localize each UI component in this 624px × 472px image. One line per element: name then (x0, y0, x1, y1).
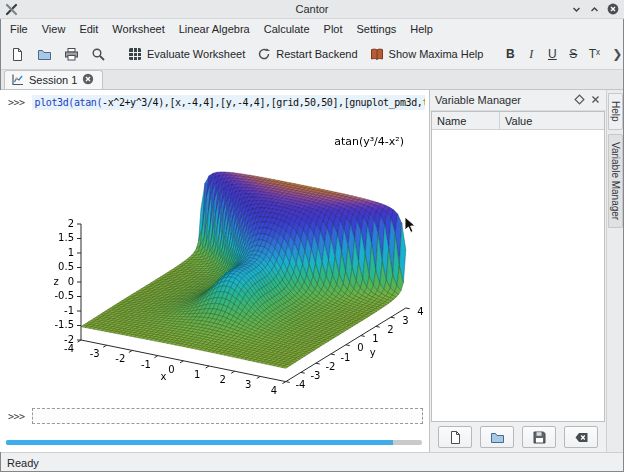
save-variables-button[interactable] (522, 426, 556, 448)
panel-footer (430, 422, 606, 452)
column-header-value[interactable]: Value (500, 112, 604, 129)
print-button[interactable] (59, 44, 84, 65)
plot-canvas (6, 116, 426, 408)
toolbar: Evaluate Worksheet Restart Backend Show … (0, 39, 624, 70)
progress-bar (6, 440, 422, 445)
menubar: FileViewEditWorksheetLinear AlgebraCalcu… (0, 19, 624, 39)
status-bar: Ready (0, 452, 624, 472)
variable-list[interactable] (432, 130, 604, 421)
status-text: Ready (7, 457, 39, 469)
new-worksheet-button[interactable] (5, 44, 30, 65)
menu-linear-algebra[interactable]: Linear Algebra (172, 21, 257, 37)
load-variables-button[interactable] (480, 426, 514, 448)
panel-header: Variable Manager (430, 90, 606, 111)
open-worksheet-button[interactable] (32, 44, 57, 65)
new-document-icon (448, 430, 463, 445)
format-bold-button[interactable]: B (500, 44, 520, 64)
column-header-name[interactable]: Name (432, 112, 500, 129)
main-area: >>> plot3d(atan(-x^2+y^3/4),[x,-4,4],[y,… (0, 90, 624, 452)
command-token: atan( (74, 97, 102, 108)
evaluate-label: Evaluate Worksheet (147, 48, 245, 60)
menu-edit[interactable]: Edit (72, 21, 105, 37)
command-token: plot3d( (35, 97, 74, 108)
restart-backend-button[interactable]: Restart Backend (252, 44, 362, 64)
panel-title: Variable Manager (435, 94, 570, 106)
help-book-icon (370, 47, 384, 61)
float-panel-icon[interactable] (574, 94, 585, 107)
format-strike-button[interactable]: S (563, 44, 583, 64)
toolbar-overflow-button[interactable]: ❯ (608, 45, 624, 63)
titlebar: Cantor (0, 0, 624, 19)
side-tab-help[interactable]: Help (608, 93, 623, 130)
format-super-button[interactable]: Tˣ (584, 44, 604, 64)
tab-session-1[interactable]: Session 1 (4, 70, 103, 89)
restart-label: Restart Backend (276, 48, 357, 60)
minimize-button[interactable] (571, 4, 582, 15)
open-folder-icon (490, 430, 505, 445)
command-text: plot3d(atan(-x^2+y^3/4),[x,-4,4],[y,-4,4… (35, 97, 425, 108)
clear-backspace-icon (574, 430, 589, 445)
mouse-cursor (404, 216, 417, 234)
show-maxima-help-button[interactable]: Show Maxima Help (365, 44, 489, 64)
progress-fill (6, 440, 393, 445)
command-entry-empty[interactable] (32, 408, 423, 424)
tab-label: Session 1 (29, 74, 77, 86)
close-panel-icon[interactable] (590, 94, 601, 107)
printer-icon (64, 47, 79, 62)
save-floppy-icon (532, 430, 547, 445)
second-command-row: >>> (8, 408, 423, 424)
format-italic-button[interactable]: I (521, 44, 541, 64)
format-buttons: BIUSTˣ (500, 44, 604, 64)
evaluate-icon (128, 47, 142, 61)
app-icon (5, 3, 18, 16)
prompt: >>> (8, 411, 25, 422)
tab-bar: Session 1 (0, 70, 624, 90)
command-row: >>> plot3d(atan(-x^2+y^3/4),[x,-4,4],[y,… (8, 95, 425, 110)
restart-icon (257, 47, 271, 61)
prompt: >>> (8, 97, 25, 108)
maxima-help-label: Show Maxima Help (389, 48, 484, 60)
table-header: Name Value (432, 112, 604, 130)
menu-file[interactable]: File (3, 21, 35, 37)
window-controls (571, 3, 619, 15)
new-variable-button[interactable] (438, 426, 472, 448)
variable-manager-panel: Variable Manager Name Value (430, 90, 607, 452)
maximize-button[interactable] (589, 4, 600, 15)
new-document-icon (10, 47, 25, 62)
menu-view[interactable]: View (35, 21, 73, 37)
command-token: true (422, 97, 425, 108)
side-tab-strip: HelpVariable Manager (607, 90, 624, 452)
worksheet[interactable]: >>> plot3d(atan(-x^2+y^3/4),[x,-4,4],[y,… (0, 90, 430, 452)
format-underline-button[interactable]: U (542, 44, 562, 64)
zoom-button[interactable] (86, 44, 111, 65)
magnifier-icon (91, 47, 106, 62)
evaluate-worksheet-button[interactable]: Evaluate Worksheet (123, 44, 250, 64)
open-folder-icon (37, 47, 52, 62)
menu-settings[interactable]: Settings (350, 21, 404, 37)
tab-close-icon[interactable] (82, 73, 94, 87)
clear-variables-button[interactable] (564, 426, 598, 448)
side-tab-variable-manager[interactable]: Variable Manager (608, 134, 623, 228)
command-entry[interactable]: plot3d(atan(-x^2+y^3/4),[x,-4,4],[y,-4,4… (32, 95, 425, 110)
cantor-window: Cantor FileViewEditWorksheetLinear Algeb… (0, 0, 624, 472)
command-token: -x^2+y^3/4),[x,-4,4],[y,-4,4],[grid,50,5… (102, 97, 422, 108)
variable-table: Name Value (431, 111, 605, 422)
close-button[interactable] (607, 3, 619, 15)
menu-plot[interactable]: Plot (317, 21, 350, 37)
menu-worksheet[interactable]: Worksheet (105, 21, 171, 37)
menu-help[interactable]: Help (403, 21, 440, 37)
menu-calculate[interactable]: Calculate (257, 21, 317, 37)
window-title: Cantor (0, 3, 624, 15)
session-icon (11, 73, 24, 88)
